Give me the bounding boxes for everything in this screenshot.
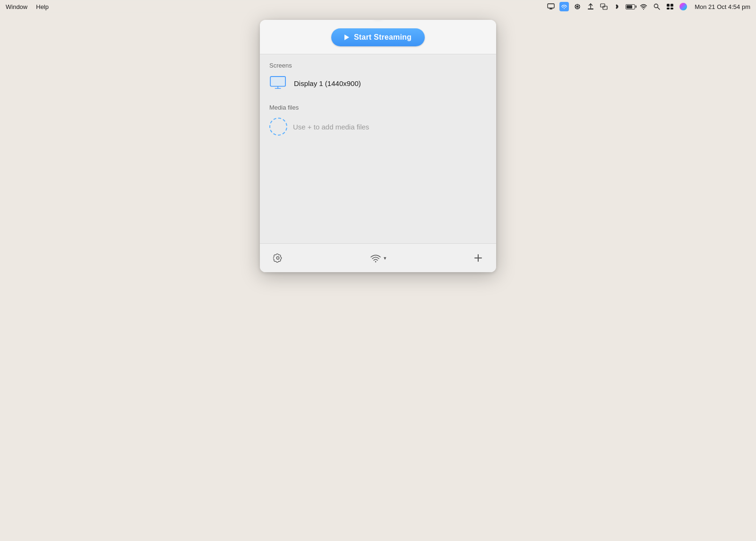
settings-button[interactable] — [269, 249, 286, 266]
svg-rect-14 — [667, 4, 670, 7]
svg-point-12 — [654, 4, 658, 8]
svg-point-18 — [679, 3, 687, 10]
panel-content: Screens Display 1 (1440x900) Media files… — [260, 54, 496, 243]
menu-help[interactable]: Help — [36, 3, 49, 10]
radnet-icon[interactable] — [573, 2, 582, 11]
panel-footer: ▾ — [260, 243, 496, 272]
airplay-icon — [369, 252, 382, 264]
siri-icon[interactable] — [679, 2, 688, 11]
display-icon — [269, 76, 288, 91]
upload-icon[interactable] — [586, 2, 595, 11]
screen-name: Display 1 (1440x900) — [294, 79, 361, 87]
menubar-right: Mon 21 Oct 4:54 pm — [546, 2, 750, 11]
play-icon — [344, 34, 349, 40]
start-streaming-button[interactable]: Start Streaming — [331, 28, 425, 46]
svg-rect-22 — [271, 77, 284, 86]
screens-section-label: Screens — [269, 62, 487, 69]
popup-caret — [374, 20, 382, 20]
svg-rect-0 — [548, 4, 554, 8]
airplay-chevron: ▾ — [384, 255, 387, 261]
bluetooth-icon[interactable] — [612, 2, 622, 11]
svg-point-3 — [564, 8, 565, 9]
add-button[interactable] — [470, 249, 487, 266]
svg-rect-16 — [667, 8, 670, 9]
svg-rect-17 — [670, 8, 673, 9]
media-item: Use + to add media files — [269, 116, 487, 137]
panel-header: Start Streaming — [260, 20, 496, 54]
popup-panel: Start Streaming Screens Display 1 (1440x… — [260, 20, 496, 272]
streaming-active-icon[interactable] — [559, 2, 569, 11]
airplay-selector[interactable]: ▾ — [369, 252, 387, 264]
menu-window[interactable]: Window — [6, 3, 27, 10]
start-streaming-label: Start Streaming — [354, 33, 412, 42]
menubar-datetime: Mon 21 Oct 4:54 pm — [695, 3, 750, 10]
display-manager-icon[interactable] — [599, 2, 609, 11]
media-section: Media files Use + to add media files — [269, 104, 487, 137]
menubar: Window Help — [0, 0, 756, 13]
control-center-icon[interactable] — [665, 2, 675, 11]
svg-point-23 — [375, 261, 377, 263]
svg-rect-15 — [670, 4, 673, 7]
monitor-icon[interactable] — [546, 2, 556, 11]
media-section-label: Media files — [269, 104, 487, 111]
wifi-icon[interactable] — [639, 2, 648, 11]
menubar-left: Window Help — [6, 3, 49, 10]
battery-icon — [626, 2, 635, 11]
search-icon[interactable] — [652, 2, 662, 11]
svg-line-13 — [658, 8, 660, 9]
media-hint: Use + to add media files — [293, 123, 369, 131]
add-placeholder-icon — [269, 118, 287, 136]
svg-rect-8 — [588, 9, 593, 9]
screen-item[interactable]: Display 1 (1440x900) — [269, 74, 487, 96]
svg-point-11 — [643, 9, 644, 10]
